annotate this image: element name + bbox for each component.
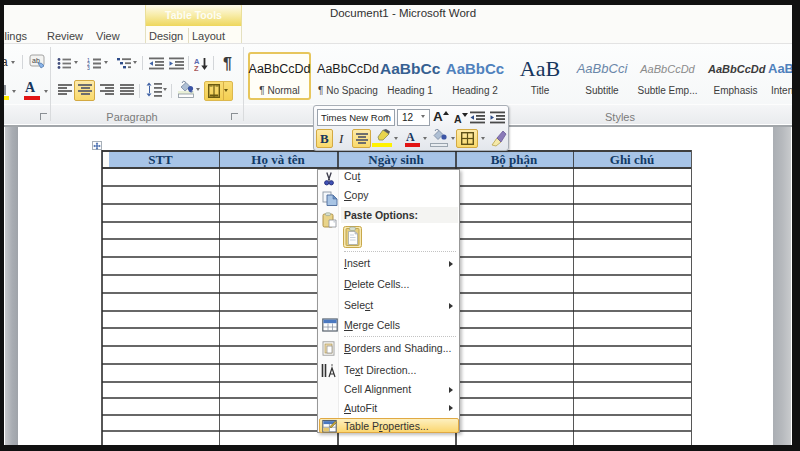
svg-text:3: 3	[87, 65, 90, 70]
svg-text:Z: Z	[194, 64, 199, 72]
